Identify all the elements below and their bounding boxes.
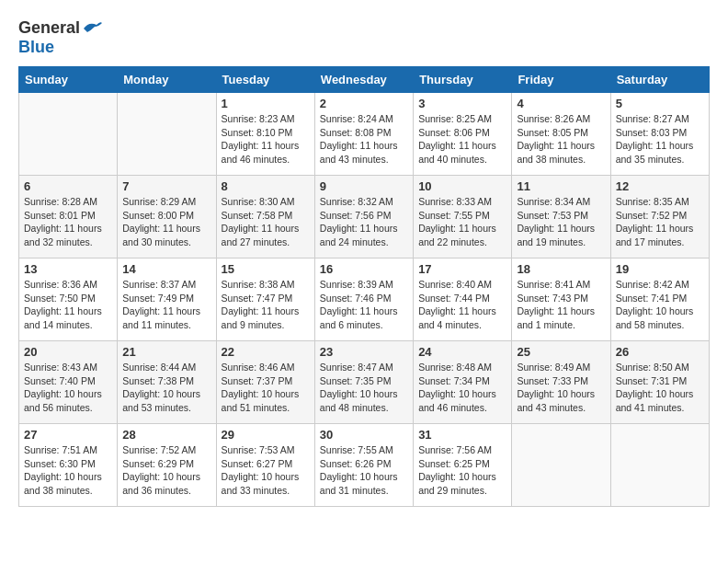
day-info: Sunrise: 8:47 AMSunset: 7:35 PMDaylight:… (320, 361, 408, 415)
day-cell: 9Sunrise: 8:32 AMSunset: 7:56 PMDaylight… (314, 176, 413, 259)
day-info: Sunrise: 8:30 AMSunset: 7:58 PMDaylight:… (222, 195, 310, 249)
week-row-5: 27Sunrise: 7:51 AMSunset: 6:30 PMDayligh… (19, 424, 710, 507)
day-cell (19, 93, 118, 176)
day-number: 22 (222, 345, 310, 359)
day-cell: 6Sunrise: 8:28 AMSunset: 8:01 PMDaylight… (19, 176, 118, 259)
day-number: 14 (122, 262, 210, 276)
day-cell: 25Sunrise: 8:49 AMSunset: 7:33 PMDayligh… (512, 341, 610, 424)
day-info: Sunrise: 7:52 AMSunset: 6:29 PMDaylight:… (122, 443, 210, 498)
day-info: Sunrise: 8:43 AMSunset: 7:40 PMDaylight:… (24, 361, 112, 415)
day-info: Sunrise: 8:33 AMSunset: 7:55 PMDaylight:… (418, 195, 506, 249)
day-number: 17 (418, 262, 506, 276)
week-row-3: 13Sunrise: 8:36 AMSunset: 7:50 PMDayligh… (19, 259, 710, 341)
day-cell: 19Sunrise: 8:42 AMSunset: 7:41 PMDayligh… (610, 259, 709, 341)
day-number: 4 (517, 97, 605, 110)
day-info: Sunrise: 8:40 AMSunset: 7:44 PMDaylight:… (418, 278, 506, 332)
day-info: Sunrise: 8:38 AMSunset: 7:47 PMDaylight:… (222, 278, 310, 332)
day-cell: 24Sunrise: 8:48 AMSunset: 7:34 PMDayligh… (414, 341, 512, 424)
week-row-4: 20Sunrise: 8:43 AMSunset: 7:40 PMDayligh… (19, 341, 710, 424)
day-cell: 18Sunrise: 8:41 AMSunset: 7:43 PMDayligh… (512, 259, 610, 341)
day-info: Sunrise: 8:32 AMSunset: 7:56 PMDaylight:… (320, 195, 408, 249)
day-info: Sunrise: 8:35 AMSunset: 7:52 PMDaylight:… (616, 195, 704, 249)
day-number: 21 (122, 345, 210, 359)
logo-blue-text: Blue (18, 38, 54, 57)
day-info: Sunrise: 8:37 AMSunset: 7:49 PMDaylight:… (122, 278, 210, 332)
day-cell: 3Sunrise: 8:25 AMSunset: 8:06 PMDaylight… (414, 93, 512, 176)
day-info: Sunrise: 8:42 AMSunset: 7:41 PMDaylight:… (616, 278, 704, 332)
day-cell: 20Sunrise: 8:43 AMSunset: 7:40 PMDayligh… (19, 341, 118, 424)
day-info: Sunrise: 8:48 AMSunset: 7:34 PMDaylight:… (418, 361, 506, 415)
day-info: Sunrise: 8:29 AMSunset: 8:00 PMDaylight:… (122, 195, 210, 249)
day-cell: 31Sunrise: 7:56 AMSunset: 6:25 PMDayligh… (414, 424, 512, 507)
day-info: Sunrise: 8:50 AMSunset: 7:31 PMDaylight:… (616, 361, 704, 415)
day-number: 19 (616, 262, 704, 276)
day-info: Sunrise: 8:25 AMSunset: 8:06 PMDaylight:… (418, 112, 506, 167)
weekday-header-monday: Monday (118, 67, 216, 93)
day-number: 15 (222, 262, 310, 276)
weekday-header-sunday: Sunday (19, 67, 118, 93)
logo-general-text: General (18, 18, 80, 38)
day-number: 23 (320, 345, 408, 359)
weekday-header-saturday: Saturday (610, 67, 709, 93)
day-info: Sunrise: 8:28 AMSunset: 8:01 PMDaylight:… (24, 195, 112, 249)
day-number: 6 (24, 179, 112, 193)
day-info: Sunrise: 7:55 AMSunset: 6:26 PMDaylight:… (320, 443, 408, 498)
day-cell: 17Sunrise: 8:40 AMSunset: 7:44 PMDayligh… (414, 259, 512, 341)
day-number: 20 (24, 345, 112, 359)
day-info: Sunrise: 8:26 AMSunset: 8:05 PMDaylight:… (517, 112, 605, 167)
day-cell (610, 424, 709, 507)
day-number: 31 (418, 428, 506, 442)
weekday-header-tuesday: Tuesday (216, 67, 314, 93)
week-row-1: 1Sunrise: 8:23 AMSunset: 8:10 PMDaylight… (19, 93, 710, 176)
day-info: Sunrise: 8:41 AMSunset: 7:43 PMDaylight:… (517, 278, 605, 332)
day-cell: 8Sunrise: 8:30 AMSunset: 7:58 PMDaylight… (216, 176, 314, 259)
day-cell: 26Sunrise: 8:50 AMSunset: 7:31 PMDayligh… (610, 341, 709, 424)
day-number: 7 (122, 179, 210, 193)
logo-bird-icon (82, 19, 104, 38)
weekday-header-row: SundayMondayTuesdayWednesdayThursdayFrid… (19, 67, 710, 93)
day-info: Sunrise: 7:53 AMSunset: 6:27 PMDaylight:… (222, 443, 310, 498)
day-cell (512, 424, 610, 507)
day-cell: 5Sunrise: 8:27 AMSunset: 8:03 PMDaylight… (610, 93, 709, 176)
day-cell: 1Sunrise: 8:23 AMSunset: 8:10 PMDaylight… (216, 93, 314, 176)
weekday-header-friday: Friday (512, 67, 610, 93)
day-number: 3 (418, 97, 506, 110)
day-info: Sunrise: 8:34 AMSunset: 7:53 PMDaylight:… (517, 195, 605, 249)
day-cell: 16Sunrise: 8:39 AMSunset: 7:46 PMDayligh… (314, 259, 413, 341)
day-number: 9 (320, 179, 408, 193)
day-number: 13 (24, 262, 112, 276)
day-number: 24 (418, 345, 506, 359)
day-info: Sunrise: 8:46 AMSunset: 7:37 PMDaylight:… (222, 361, 310, 415)
day-info: Sunrise: 8:36 AMSunset: 7:50 PMDaylight:… (24, 278, 112, 332)
day-number: 25 (517, 345, 605, 359)
day-cell: 12Sunrise: 8:35 AMSunset: 7:52 PMDayligh… (610, 176, 709, 259)
calendar-table: SundayMondayTuesdayWednesdayThursdayFrid… (18, 66, 710, 507)
day-info: Sunrise: 8:44 AMSunset: 7:38 PMDaylight:… (122, 361, 210, 415)
day-number: 8 (222, 179, 310, 193)
day-number: 2 (320, 97, 408, 110)
day-number: 16 (320, 262, 408, 276)
day-number: 30 (320, 428, 408, 442)
day-number: 28 (122, 428, 210, 442)
day-cell: 11Sunrise: 8:34 AMSunset: 7:53 PMDayligh… (512, 176, 610, 259)
day-info: Sunrise: 8:49 AMSunset: 7:33 PMDaylight:… (517, 361, 605, 415)
day-cell: 13Sunrise: 8:36 AMSunset: 7:50 PMDayligh… (19, 259, 118, 341)
day-info: Sunrise: 8:24 AMSunset: 8:08 PMDaylight:… (320, 112, 408, 167)
day-cell: 4Sunrise: 8:26 AMSunset: 8:05 PMDaylight… (512, 93, 610, 176)
day-info: Sunrise: 8:27 AMSunset: 8:03 PMDaylight:… (616, 112, 704, 167)
day-cell: 27Sunrise: 7:51 AMSunset: 6:30 PMDayligh… (19, 424, 118, 507)
day-number: 12 (616, 179, 704, 193)
day-number: 29 (222, 428, 310, 442)
day-cell: 10Sunrise: 8:33 AMSunset: 7:55 PMDayligh… (414, 176, 512, 259)
day-info: Sunrise: 8:39 AMSunset: 7:46 PMDaylight:… (320, 278, 408, 332)
day-cell: 28Sunrise: 7:52 AMSunset: 6:29 PMDayligh… (118, 424, 216, 507)
day-cell: 23Sunrise: 8:47 AMSunset: 7:35 PMDayligh… (314, 341, 413, 424)
day-info: Sunrise: 7:56 AMSunset: 6:25 PMDaylight:… (418, 443, 506, 498)
day-cell: 21Sunrise: 8:44 AMSunset: 7:38 PMDayligh… (118, 341, 216, 424)
day-cell (118, 93, 216, 176)
day-number: 5 (616, 97, 704, 110)
day-info: Sunrise: 8:23 AMSunset: 8:10 PMDaylight:… (222, 112, 310, 167)
day-cell: 15Sunrise: 8:38 AMSunset: 7:47 PMDayligh… (216, 259, 314, 341)
day-info: Sunrise: 7:51 AMSunset: 6:30 PMDaylight:… (24, 443, 112, 498)
day-cell: 30Sunrise: 7:55 AMSunset: 6:26 PMDayligh… (314, 424, 413, 507)
